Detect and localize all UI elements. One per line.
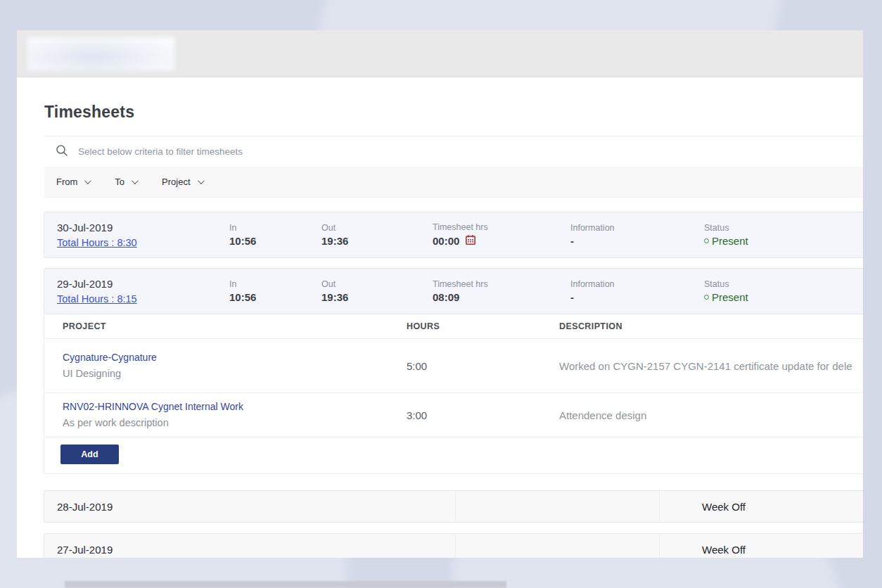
filter-dropdown-label: To: [115, 177, 124, 187]
status-circle-icon: [704, 295, 709, 300]
entry-date: 29-Jul-2019: [57, 278, 229, 290]
status-value: Present: [712, 235, 748, 247]
information-value: -: [570, 291, 704, 303]
timesheet-hrs-value: 00:00: [433, 235, 459, 247]
entry-date: 28-Jul-2019: [57, 501, 113, 513]
calendar-icon[interactable]: [465, 234, 476, 248]
filter-bar: From To Project: [44, 167, 863, 198]
entry-date: 27-Jul-2019: [57, 544, 113, 556]
timesheet-row-28-jul-2019[interactable]: 28-Jul-2019 Week Off: [44, 490, 863, 523]
column-divider: [455, 534, 456, 558]
detail-row-hrinnova: RNV02-HRINNOVA Cygnet Internal Work As p…: [44, 393, 863, 437]
timesheet-detail-panel: PROJECT HOURS DESCRIPTION Cygnature-Cygn…: [44, 314, 863, 474]
add-button[interactable]: Add: [60, 445, 119, 464]
column-divider: [659, 534, 660, 558]
status-circle-icon: [704, 238, 709, 243]
background-strip: [65, 581, 506, 588]
project-link[interactable]: Cygnature-Cygnature: [63, 352, 407, 363]
column-divider: [455, 491, 456, 522]
description-column-header: DESCRIPTION: [559, 321, 863, 331]
in-cell: In 10:56: [229, 279, 321, 303]
in-value: 10:56: [229, 291, 321, 303]
search-placeholder: Select below criteria to filter timeshee…: [78, 146, 243, 157]
search-bar[interactable]: Select below criteria to filter timeshee…: [44, 136, 863, 167]
week-off-label: Week Off: [702, 501, 746, 513]
in-label: In: [229, 223, 321, 233]
total-hours-link[interactable]: Total Hours : 8:15: [57, 293, 137, 305]
detail-table-header: PROJECT HOURS DESCRIPTION: [44, 314, 863, 339]
description-value: Worked on CYGN-2157 CYGN-2141 certificat…: [559, 360, 863, 372]
date-cell: 30-Jul-2019 Total Hours : 8:30: [57, 222, 229, 249]
description-value: Attendence design: [559, 409, 863, 421]
information-cell: Information -: [570, 223, 704, 247]
detail-row-cygnature: Cygnature-Cygnature UI Designing 5:00 Wo…: [44, 339, 863, 393]
page-title: Timesheets: [44, 103, 863, 122]
status-badge: Present: [704, 291, 863, 303]
app-header: [17, 30, 863, 77]
project-task: UI Designing: [63, 368, 121, 379]
status-cell: Status Present: [704, 223, 863, 247]
app-window: Timesheets Select below criteria to filt…: [17, 30, 863, 558]
column-divider: [659, 491, 660, 522]
status-badge: Present: [704, 235, 863, 247]
hours-value: 3:00: [407, 409, 559, 421]
project-cell: Cygnature-Cygnature UI Designing: [63, 352, 407, 380]
status-label: Status: [704, 279, 863, 289]
timesheet-row-27-jul-2019[interactable]: 27-Jul-2019 Week Off: [44, 533, 863, 558]
total-hours-link[interactable]: Total Hours : 8:30: [57, 237, 137, 248]
main-content: Timesheets Select below criteria to filt…: [17, 103, 863, 558]
out-cell: Out 19:36: [321, 223, 433, 247]
timesheet-hrs-cell: Timesheet hrs 08:09: [433, 279, 570, 303]
chevron-down-icon: [84, 177, 91, 184]
project-link[interactable]: RNV02-HRINNOVA Cygnet Internal Work: [63, 401, 407, 412]
filter-dropdown-project[interactable]: Project: [162, 177, 202, 187]
entry-date: 30-Jul-2019: [57, 222, 229, 234]
app-logo-blurred: [27, 37, 174, 70]
information-cell: Information -: [570, 279, 704, 303]
in-value: 10:56: [229, 235, 321, 247]
chevron-down-icon: [198, 177, 205, 184]
timesheet-row-30-jul-2019[interactable]: 30-Jul-2019 Total Hours : 8:30 In 10:56 …: [44, 212, 863, 258]
timesheet-row-29-jul-2019[interactable]: 29-Jul-2019 Total Hours : 8:15 In 10:56 …: [44, 268, 863, 314]
information-label: Information: [570, 279, 704, 289]
project-cell: RNV02-HRINNOVA Cygnet Internal Work As p…: [63, 401, 407, 429]
out-value: 19:36: [321, 291, 433, 303]
in-cell: In 10:56: [229, 223, 321, 247]
status-label: Status: [704, 223, 863, 233]
filter-dropdown-to[interactable]: To: [115, 177, 136, 187]
information-value: -: [570, 235, 704, 247]
status-cell: Status Present: [704, 279, 863, 303]
filter-dropdown-label: Project: [162, 177, 190, 187]
detail-footer: Add: [44, 437, 863, 473]
date-cell: 29-Jul-2019 Total Hours : 8:15: [57, 278, 229, 305]
out-cell: Out 19:36: [321, 279, 433, 303]
chevron-down-icon: [132, 177, 139, 184]
out-label: Out: [321, 279, 433, 289]
timesheet-hrs-value: 08:09: [433, 291, 570, 303]
search-icon: [56, 144, 68, 160]
filter-dropdown-label: From: [56, 177, 77, 187]
filter-dropdown-from[interactable]: From: [56, 177, 89, 187]
hours-column-header: HOURS: [407, 321, 559, 331]
status-value: Present: [712, 291, 748, 303]
project-task: As per work description: [63, 417, 169, 428]
out-value: 19:36: [321, 235, 433, 247]
timesheet-hrs-cell: Timesheet hrs 00:00: [433, 222, 570, 248]
project-column-header: PROJECT: [63, 321, 407, 331]
week-off-label: Week Off: [702, 544, 746, 556]
timesheet-hrs-label: Timesheet hrs: [433, 279, 570, 289]
in-label: In: [229, 279, 321, 289]
information-label: Information: [570, 223, 704, 233]
out-label: Out: [321, 223, 433, 233]
timesheet-hrs-label: Timesheet hrs: [433, 222, 570, 232]
hours-value: 5:00: [407, 360, 559, 372]
